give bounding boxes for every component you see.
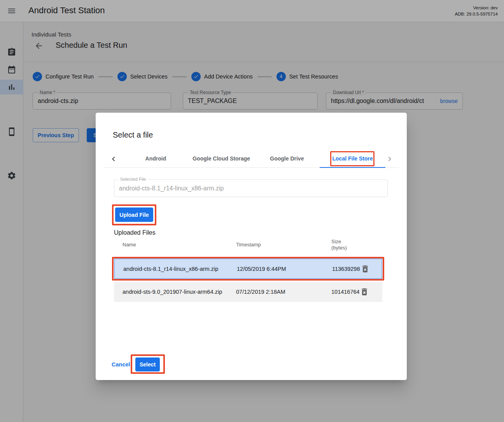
delete-file-button[interactable] xyxy=(360,287,369,296)
select-button[interactable]: Select xyxy=(135,357,160,371)
upload-file-button[interactable]: Upload File xyxy=(115,208,153,222)
delete-file-button[interactable] xyxy=(360,264,370,274)
table-header-row: Name Timestamp Size (bytes) xyxy=(114,241,382,258)
file-name-cell: android-sts-9.0_201907-linux-arm64.zip xyxy=(122,282,222,302)
select-file-dialog: Select a file Android Google Cloud Stora… xyxy=(96,113,407,380)
tab-android[interactable]: Android xyxy=(123,150,189,167)
size-cell: 101416764 xyxy=(331,282,359,302)
size-cell: 113639298 xyxy=(332,259,360,278)
table-row[interactable]: android-sts-9.0_201907-linux-arm64.zip 0… xyxy=(114,282,382,302)
column-header-size: Size (bytes) xyxy=(331,239,347,251)
column-header-size-line1: Size xyxy=(331,239,347,245)
file-name-cell: android-cts-8.1_r14-linux_x86-arm.zip xyxy=(123,259,218,278)
trash-forever-icon xyxy=(360,264,370,274)
tabs: Android Google Cloud Storage Google Driv… xyxy=(123,150,385,167)
selected-file-label: Selected File xyxy=(118,177,148,181)
tabs-scroll-left-icon[interactable] xyxy=(109,154,118,164)
android-test-station-app: Android Test Station Version: dev ADB: 2… xyxy=(0,0,504,422)
uploaded-files-table: Name Timestamp Size (bytes) android-cts-… xyxy=(114,241,382,258)
table-row-selected[interactable]: android-cts-8.1_r14-linux_x86-arm.zip 12… xyxy=(114,258,382,279)
tab-google-cloud-storage[interactable]: Google Cloud Storage xyxy=(189,150,254,167)
timestamp-cell: 12/05/2019 6:44PM xyxy=(237,259,286,278)
active-tab-underline xyxy=(320,167,385,168)
uploaded-files-heading: Uploaded Files xyxy=(114,229,156,236)
column-header-name: Name xyxy=(122,242,136,248)
file-source-tabbar: Android Google Cloud Storage Google Driv… xyxy=(103,150,399,168)
trash-forever-icon xyxy=(360,287,369,296)
column-header-timestamp: Timestamp xyxy=(236,242,261,248)
tab-local-file-store[interactable]: Local File Store xyxy=(320,150,385,167)
selected-file-field: Selected File android-cts-8.1_r14-linux_… xyxy=(114,180,388,197)
tab-google-drive[interactable]: Google Drive xyxy=(254,150,320,167)
timestamp-cell: 07/12/2019 2:18AM xyxy=(236,282,285,302)
column-header-size-line2: (bytes) xyxy=(331,245,347,251)
tabs-scroll-right-icon[interactable] xyxy=(385,154,394,164)
dialog-title: Select a file xyxy=(113,131,153,140)
selected-file-value: android-cts-8.1_r14-linux_x86-arm.zip xyxy=(114,180,387,197)
cancel-button[interactable]: Cancel xyxy=(112,361,130,368)
